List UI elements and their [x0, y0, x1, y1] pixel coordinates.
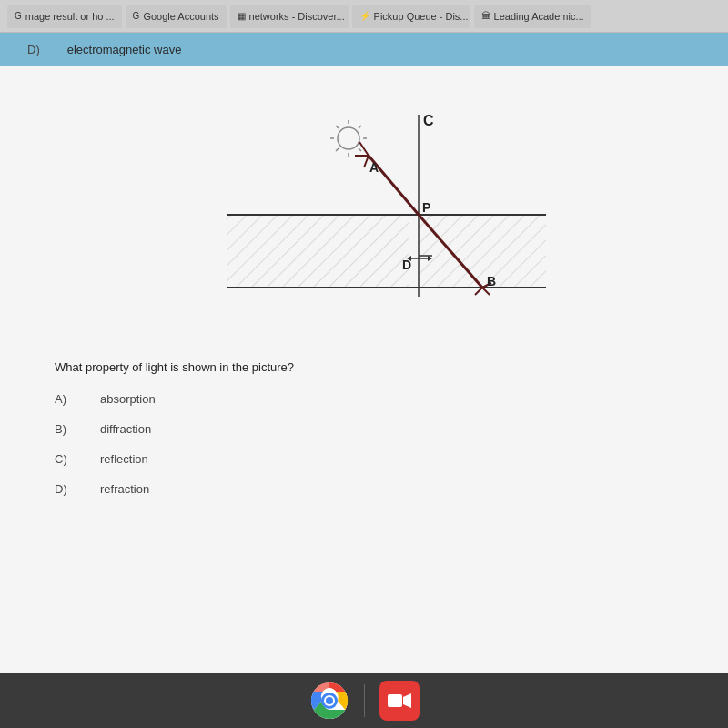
answer-text-b: diffraction	[100, 422, 151, 436]
tab-3-icon: ▦	[238, 11, 246, 21]
taskbar	[0, 673, 728, 728]
svg-rect-1	[228, 215, 410, 288]
chrome-svg	[309, 681, 349, 721]
tab-5-icon: 🏛	[481, 11, 490, 21]
refraction-diagram: C A P D B	[173, 87, 555, 342]
tab-3-label: networks - Discover...	[249, 11, 345, 22]
browser-tab-bar: G mage result or ho ... G Google Account…	[0, 0, 728, 33]
chrome-icon[interactable]	[309, 681, 349, 721]
answer-text-d: refraction	[100, 482, 149, 496]
tab-4[interactable]: ⚡ Pickup Queue - Dis...	[352, 5, 470, 28]
highlighted-letter: D)	[27, 43, 40, 56]
question-section: What property of light is shown in the p…	[0, 360, 728, 496]
taskbar-divider	[364, 684, 365, 717]
tab-2-icon: G	[133, 11, 140, 21]
svg-point-15	[338, 127, 359, 149]
svg-rect-2	[419, 215, 546, 288]
answer-text-a: absorption	[100, 392, 156, 406]
tab-1[interactable]: G mage result or ho ...	[7, 5, 122, 28]
video-icon[interactable]	[379, 681, 420, 721]
svg-line-13	[475, 288, 482, 295]
svg-rect-36	[388, 694, 402, 707]
svg-marker-37	[403, 693, 411, 708]
answer-letter-c: C)	[55, 452, 82, 466]
svg-text:B: B	[487, 274, 496, 288]
tab-1-label: mage result or ho ...	[25, 11, 115, 22]
main-content: C A P D B What property of light is show…	[0, 78, 728, 728]
svg-line-7	[359, 142, 369, 156]
svg-line-9	[364, 156, 369, 167]
diagram-container: C A P D B	[0, 87, 728, 342]
answer-row-a: A) absorption	[55, 392, 673, 406]
answer-letter-b: B)	[55, 422, 82, 436]
svg-line-22	[359, 126, 361, 128]
answer-row-c: C) reflection	[55, 452, 673, 466]
answer-letter-a: A)	[55, 392, 82, 406]
answer-row-b: B) diffraction	[55, 422, 673, 436]
highlighted-answer-row: D) electromagnetic wave	[0, 33, 728, 66]
tab-1-icon: G	[15, 11, 22, 21]
svg-text:A: A	[369, 160, 379, 175]
tab-2[interactable]: G Google Accounts	[126, 5, 227, 28]
tab-4-icon: ⚡	[359, 11, 370, 21]
video-svg	[388, 693, 411, 709]
question-text: What property of light is shown in the p…	[55, 360, 673, 374]
svg-point-35	[326, 697, 333, 704]
page-content: D) electromagnetic wave	[0, 33, 728, 728]
highlighted-text: electromagnetic wave	[67, 43, 182, 56]
answer-row-d: D) refraction	[55, 482, 673, 496]
svg-line-21	[359, 148, 361, 151]
tab-2-label: Google Accounts	[143, 11, 218, 22]
tab-4-label: Pickup Queue - Dis...	[374, 11, 469, 22]
tab-5-label: Leading Academic...	[494, 11, 584, 22]
tab-5[interactable]: 🏛 Leading Academic...	[474, 5, 592, 28]
svg-line-12	[482, 288, 490, 295]
tab-3[interactable]: ▦ networks - Discover...	[230, 5, 349, 28]
svg-text:C: C	[423, 113, 434, 128]
svg-line-20	[336, 126, 339, 128]
svg-line-23	[336, 148, 339, 151]
answer-letter-d: D)	[55, 482, 82, 496]
answer-text-c: reflection	[100, 452, 148, 466]
svg-text:P: P	[422, 200, 430, 215]
